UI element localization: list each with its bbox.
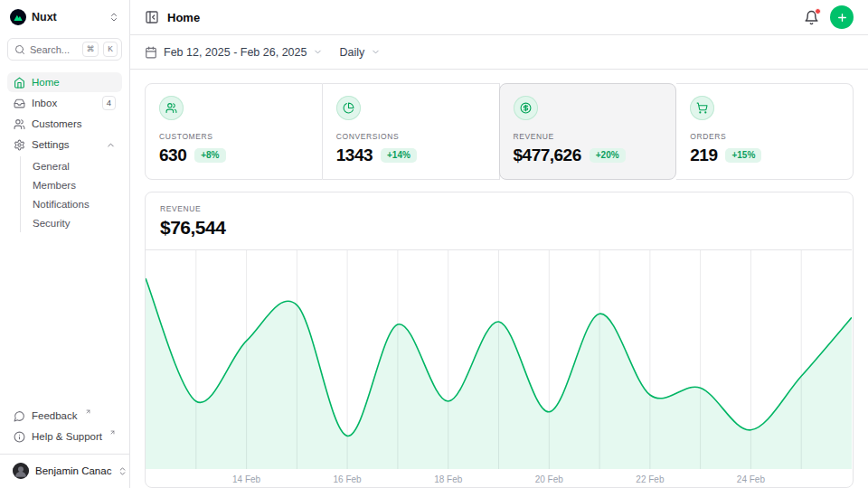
- period-label: Daily: [339, 46, 364, 59]
- house-icon: [14, 77, 25, 89]
- chevron-down-icon: [313, 47, 323, 57]
- chart-header: REVENUE $76,544: [146, 192, 853, 249]
- add-button[interactable]: [830, 5, 854, 29]
- revenue-area-chart[interactable]: 14 Feb16 Feb18 Feb20 Feb22 Feb24 Feb: [146, 249, 853, 488]
- sidebar-item-label: Inbox: [32, 98, 57, 108]
- chevrons-up-down-icon: [108, 12, 119, 23]
- date-range-button[interactable]: Feb 12, 2025 - Feb 26, 2025: [145, 46, 323, 59]
- sidebar-item-home[interactable]: Home: [7, 72, 122, 92]
- sidebar-item-general[interactable]: General: [29, 156, 122, 175]
- stat-card-conversions[interactable]: CONVERSIONS 1343 +14%: [323, 83, 500, 180]
- users-icon: [159, 96, 184, 120]
- stat-delta-badge: +15%: [725, 148, 761, 163]
- calendar-icon: [145, 46, 157, 59]
- stat-card-customers[interactable]: CUSTOMERS 630 +8%: [145, 83, 323, 180]
- inbox-icon: [14, 98, 25, 109]
- user-name: Benjamin Canac: [35, 465, 111, 476]
- sidebar-item-inbox[interactable]: Inbox 4: [7, 93, 122, 113]
- sidebar-item-label: Home: [32, 77, 60, 88]
- sidebar-nav: Home Inbox 4 Customers Settings: [7, 72, 122, 234]
- app-window: Nuxt Search... ⌘ K Home: [0, 0, 868, 488]
- avatar: [13, 463, 29, 479]
- date-range-label: Feb 12, 2025 - Feb 26, 2025: [164, 46, 307, 59]
- external-link-icon: [85, 408, 91, 415]
- info-icon: [14, 431, 25, 443]
- stat-label: REVENUE: [514, 132, 663, 141]
- chevron-down-icon: [371, 47, 381, 57]
- message-circle-icon: [14, 410, 25, 422]
- sidebar-spacer: [7, 234, 122, 406]
- chart-total: $76,544: [160, 217, 838, 239]
- stat-card-orders[interactable]: ORDERS 219 +15%: [676, 83, 854, 180]
- sidebar-item-security[interactable]: Security: [29, 213, 122, 232]
- plus-icon: [836, 12, 848, 23]
- stat-label: ORDERS: [690, 132, 839, 141]
- gear-icon: [14, 139, 25, 151]
- workspace-selector[interactable]: Nuxt: [7, 9, 122, 25]
- content: CUSTOMERS 630 +8% CONVERSIONS 1343 +14%: [130, 70, 868, 488]
- sidebar-item-label: Customers: [32, 118, 82, 129]
- stat-value: $477,626: [514, 145, 581, 165]
- page-title: Home: [167, 11, 200, 24]
- sidebar-item-label: Settings: [32, 139, 70, 150]
- search-icon: [14, 44, 25, 55]
- sidebar-item-help-support[interactable]: Help & Support: [7, 427, 122, 446]
- kbd-cmd: ⌘: [82, 42, 99, 57]
- collapse-sidebar-button[interactable]: [145, 10, 159, 24]
- sidebar-item-settings[interactable]: Settings: [7, 135, 122, 155]
- stat-value: 1343: [336, 145, 373, 165]
- notifications-button[interactable]: [804, 10, 819, 25]
- stat-label: CUSTOMERS: [159, 132, 308, 141]
- subnav-label: Security: [33, 218, 71, 229]
- nuxt-logo-icon: [10, 9, 26, 25]
- sidebar-item-customers[interactable]: Customers: [7, 114, 122, 134]
- subnav-label: General: [33, 161, 70, 172]
- panel-left-close-icon: [145, 10, 159, 24]
- svg-text:22 Feb: 22 Feb: [636, 474, 665, 484]
- period-select[interactable]: Daily: [339, 46, 381, 59]
- stat-value: 630: [159, 145, 186, 165]
- sidebar-item-feedback[interactable]: Feedback: [7, 406, 122, 426]
- svg-text:14 Feb: 14 Feb: [232, 474, 261, 484]
- sidebar-item-label: Feedback: [32, 410, 78, 421]
- sidebar-item-label: Help & Support: [32, 431, 102, 442]
- users-icon: [14, 118, 25, 130]
- revenue-chart-card: REVENUE $76,544 14 Feb16 Feb18 Feb20 Feb…: [145, 192, 854, 488]
- stat-delta-badge: +8%: [194, 148, 225, 163]
- subnav-label: Members: [33, 180, 76, 191]
- shopping-cart-icon: [690, 96, 714, 120]
- svg-text:18 Feb: 18 Feb: [434, 474, 463, 484]
- search-placeholder: Search...: [30, 44, 70, 55]
- subnav-label: Notifications: [33, 199, 90, 210]
- divider: [0, 454, 129, 455]
- settings-subnav: General Members Notifications Security: [20, 156, 122, 232]
- svg-text:20 Feb: 20 Feb: [535, 474, 564, 484]
- notification-dot: [815, 8, 821, 14]
- workspace-name: Nuxt: [32, 11, 57, 23]
- stat-delta-badge: +14%: [381, 148, 417, 163]
- sidebar-item-notifications[interactable]: Notifications: [29, 194, 122, 213]
- chevron-up-icon: [106, 140, 116, 150]
- chart-label: REVENUE: [160, 204, 838, 213]
- stats-row: CUSTOMERS 630 +8% CONVERSIONS 1343 +14%: [145, 83, 854, 180]
- stat-card-revenue[interactable]: REVENUE $477,626 +20%: [499, 83, 677, 180]
- search-input[interactable]: Search... ⌘ K: [7, 38, 122, 61]
- stat-value: 219: [690, 145, 717, 165]
- svg-text:16 Feb: 16 Feb: [334, 474, 363, 484]
- sidebar: Nuxt Search... ⌘ K Home: [0, 0, 130, 488]
- inbox-count-badge: 4: [102, 96, 116, 109]
- sidebar-item-members[interactable]: Members: [29, 175, 122, 194]
- topbar: Home: [130, 0, 868, 35]
- chart-pie-icon: [336, 96, 361, 120]
- external-link-icon: [109, 429, 116, 436]
- stat-delta-badge: +20%: [590, 148, 626, 163]
- stat-label: CONVERSIONS: [336, 132, 486, 141]
- filters-toolbar: Feb 12, 2025 - Feb 26, 2025 Daily: [130, 35, 868, 70]
- svg-text:24 Feb: 24 Feb: [737, 474, 766, 484]
- user-menu[interactable]: Benjamin Canac: [7, 461, 122, 481]
- topbar-actions: [804, 5, 854, 29]
- chevrons-up-down-icon: [118, 466, 127, 476]
- kbd-k: K: [103, 42, 118, 57]
- circle-dollar-icon: [514, 96, 538, 120]
- main-area: Home Feb 12, 2025 - Feb 26, 2025: [130, 0, 868, 488]
